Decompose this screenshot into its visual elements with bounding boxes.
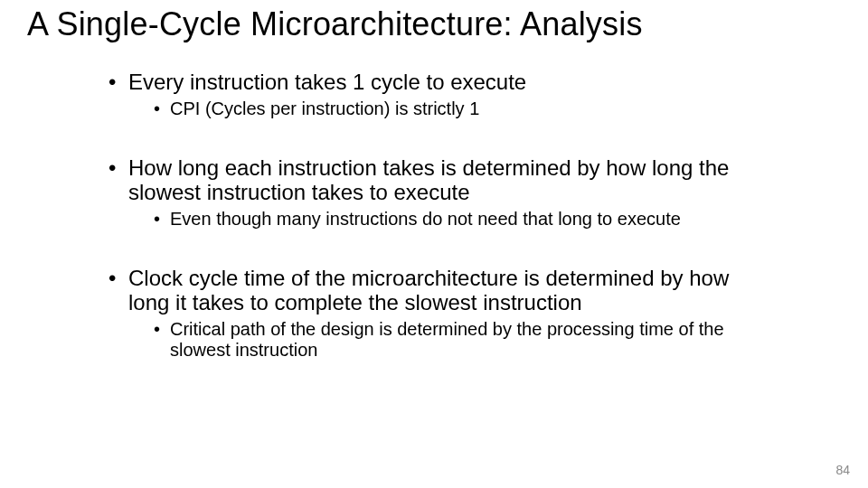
- slide-title: A Single-Cycle Microarchitecture: Analys…: [27, 5, 841, 43]
- slide-body: Every instruction takes 1 cycle to execu…: [108, 70, 750, 398]
- list-item: How long each instruction takes is deter…: [108, 156, 750, 229]
- sub-bullet-text: Even though many instructions do not nee…: [170, 209, 681, 229]
- bullet-list-level1: Every instruction takes 1 cycle to execu…: [108, 70, 750, 360]
- page-number: 84: [835, 463, 850, 477]
- bullet-list-level2: Critical path of the design is determine…: [154, 319, 750, 360]
- sub-bullet-text: CPI (Cycles per instruction) is strictly…: [170, 99, 479, 118]
- bullet-text: Every instruction takes 1 cycle to execu…: [128, 70, 526, 94]
- list-item: Even though many instructions do not nee…: [154, 209, 750, 229]
- bullet-list-level2: Even though many instructions do not nee…: [154, 209, 750, 229]
- list-item: Every instruction takes 1 cycle to execu…: [108, 70, 750, 118]
- list-item: CPI (Cycles per instruction) is strictly…: [154, 99, 750, 118]
- bullet-text: How long each instruction takes is deter…: [128, 155, 729, 204]
- bullet-text: Clock cycle time of the microarchitectur…: [128, 266, 729, 314]
- list-item: Clock cycle time of the microarchitectur…: [108, 267, 750, 360]
- list-item: Critical path of the design is determine…: [154, 319, 750, 360]
- sub-bullet-text: Critical path of the design is determine…: [170, 319, 724, 359]
- bullet-list-level2: CPI (Cycles per instruction) is strictly…: [154, 99, 750, 118]
- slide: A Single-Cycle Microarchitecture: Analys…: [0, 0, 868, 488]
